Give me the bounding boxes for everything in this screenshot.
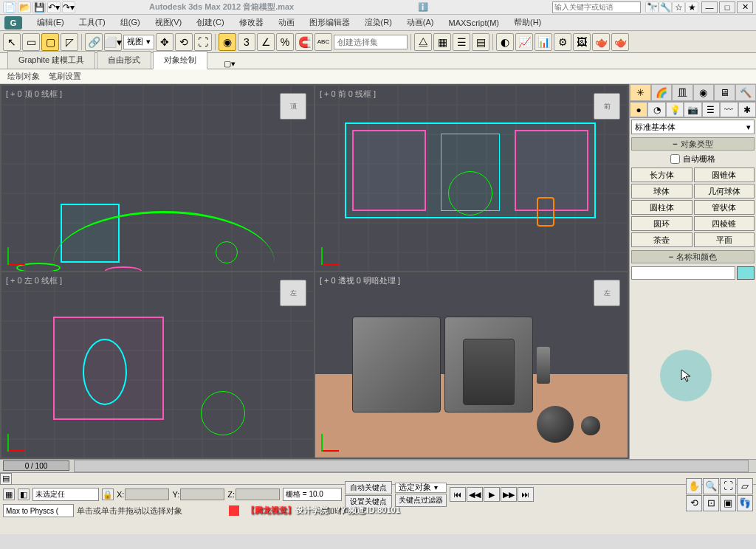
menu-maxscript[interactable]: MAXScript(M) (443, 16, 505, 30)
view-combo[interactable]: 视图▾ (123, 35, 154, 49)
save-icon[interactable]: 💾 (32, 1, 46, 13)
spinner[interactable]: 3 (238, 33, 255, 51)
maximize-button[interactable]: □ (719, 1, 735, 13)
x-input[interactable] (125, 488, 169, 500)
menu-modifiers[interactable]: 修改器 (233, 15, 269, 30)
maxscript-listener[interactable] (3, 504, 74, 517)
object-name-input[interactable] (631, 266, 735, 280)
search-input[interactable] (552, 1, 641, 13)
binoculars-icon[interactable]: 🔭 (645, 1, 659, 13)
open-icon[interactable]: 📂 (18, 1, 31, 13)
timeline[interactable]: 0 / 100 (0, 459, 756, 472)
menu-edit[interactable]: 编辑(E) (31, 15, 70, 30)
star-icon[interactable]: ☆ (672, 1, 685, 13)
link-icon[interactable]: 🔗 (85, 33, 103, 51)
select-lasso-icon[interactable]: ◸ (61, 33, 78, 51)
schematic-icon[interactable]: ▤ (472, 33, 489, 51)
btn-plane[interactable]: 平面 (694, 232, 755, 247)
angle-snap-icon[interactable]: ∠ (257, 33, 275, 51)
quick-render-icon[interactable]: 🫖 (611, 33, 629, 51)
object-color-swatch[interactable] (737, 266, 755, 280)
btn-tube[interactable]: 管状体 (694, 200, 755, 215)
ribbon-sub-paint[interactable]: 绘制对象 (7, 71, 40, 82)
autokey-button[interactable]: 自动关键点 (345, 481, 392, 494)
viewcube-persp[interactable]: 左 (594, 280, 620, 306)
lock-icon[interactable]: 🔒 (102, 488, 114, 500)
cmd-tab-display[interactable]: 🖥 (714, 84, 735, 101)
cmd-tab-hierarchy[interactable]: 皿 (672, 84, 693, 101)
status-icon-1[interactable]: ▦ (3, 488, 15, 500)
ribbon-tab-objectpaint[interactable]: 对象绘制 (153, 51, 207, 69)
app-icon[interactable]: G (4, 16, 22, 30)
primitive-type-dropdown[interactable]: 标准基本体▾ (631, 120, 755, 134)
z-input[interactable] (236, 488, 280, 500)
dope-sheet-icon[interactable]: 📊 (535, 33, 552, 51)
teapot-render-icon[interactable]: 🫖 (592, 33, 610, 51)
goto-start-icon[interactable]: ⏮ (450, 487, 466, 502)
btn-cone[interactable]: 圆锥体 (694, 168, 755, 182)
move-icon[interactable]: ✥ (156, 33, 173, 51)
select-rect-icon[interactable]: ▭ (22, 33, 40, 51)
select-object-icon[interactable]: ▢ (41, 33, 59, 51)
mirror-icon[interactable]: ⧋ (414, 33, 432, 51)
btn-box[interactable]: 长方体 (631, 168, 693, 182)
ribbon-sub-brush[interactable]: 笔刷设置 (49, 71, 81, 82)
layers-icon[interactable]: ☰ (453, 33, 470, 51)
selection-set-input[interactable] (334, 35, 408, 49)
btn-sphere[interactable]: 球体 (631, 184, 693, 198)
select-arrow-icon[interactable]: ↖ (3, 33, 21, 51)
rotate-icon[interactable]: ⟲ (175, 33, 193, 51)
menu-views[interactable]: 视图(V) (149, 15, 188, 30)
undo-icon[interactable]: ↶▾ (47, 1, 61, 13)
wrench-icon[interactable]: 🔧 (659, 1, 672, 13)
y-input[interactable] (180, 488, 224, 500)
create-geometry-icon[interactable]: ● (630, 102, 647, 117)
autogrid-checkbox[interactable] (670, 154, 680, 164)
cmd-tab-modify[interactable]: 🌈 (651, 84, 673, 101)
abc-icon[interactable]: ABC (315, 33, 332, 51)
cmd-tab-motion[interactable]: ◉ (693, 84, 715, 101)
scale-icon[interactable]: ⛶ (194, 33, 212, 51)
btn-teapot[interactable]: 茶壶 (631, 232, 693, 247)
window-icon[interactable]: ⬜▾ (104, 33, 122, 51)
create-shapes-icon[interactable]: ◔ (647, 102, 665, 117)
viewcube-left[interactable]: 左 (280, 280, 306, 306)
zoom-all-icon[interactable]: ⛶ (720, 478, 736, 494)
menu-create[interactable]: 创建(C) (190, 15, 230, 30)
material-icon[interactable]: ◐ (496, 33, 514, 51)
prev-frame-icon[interactable]: ◀◀ (467, 487, 483, 502)
btn-pyramid[interactable]: 四棱锥 (694, 216, 755, 231)
percent-snap-icon[interactable]: % (276, 33, 294, 51)
menu-customize[interactable]: 动画(A) (401, 15, 440, 30)
curve-editor-icon[interactable]: 📈 (515, 33, 533, 51)
favorite-icon[interactable]: ★ (685, 1, 698, 13)
menu-help[interactable]: 帮助(H) (508, 15, 547, 30)
play-icon[interactable]: ▶ (484, 487, 500, 502)
ribbon-tab-graphite[interactable]: Graphite 建模工具 (7, 51, 95, 69)
cmd-tab-utilities[interactable]: 🔨 (735, 84, 757, 101)
viewport-left[interactable]: [ + 0 左 0 线框 ] 左 (1, 272, 314, 458)
pan-icon[interactable]: ✋ (686, 478, 702, 494)
create-lights-icon[interactable]: 💡 (666, 102, 684, 117)
render-setup-icon[interactable]: ⚙ (554, 33, 571, 51)
create-helpers-icon[interactable]: ☰ (702, 102, 720, 117)
rollout-name-color[interactable]: 名称和颜色 (631, 250, 755, 263)
magnet-icon[interactable]: 🧲 (295, 33, 313, 51)
menu-grapheditors[interactable]: 图形编辑器 (303, 15, 356, 30)
align-icon[interactable]: ▦ (433, 33, 451, 51)
viewport-perspective[interactable]: [ + 0 透视 0 明暗处理 ] 左 (315, 272, 628, 458)
btn-cylinder[interactable]: 圆柱体 (631, 200, 693, 215)
render-frame-icon[interactable]: 🖼 (573, 33, 591, 51)
redo-icon[interactable]: ↷▾ (62, 1, 75, 13)
viewport-top[interactable]: [ + 0 顶 0 线框 ] 顶 (1, 86, 314, 271)
goto-end-icon[interactable]: ⏭ (518, 487, 534, 502)
menu-tools[interactable]: 工具(T) (73, 15, 111, 30)
zoom-icon[interactable]: 🔍 (703, 478, 719, 494)
fov-icon[interactable]: ▱ (737, 478, 753, 494)
viewcube-top[interactable]: 顶 (280, 93, 306, 120)
menu-group[interactable]: 组(G) (114, 15, 146, 30)
btn-geosphere[interactable]: 几何球体 (694, 184, 755, 198)
create-systems-icon[interactable]: ✱ (738, 102, 756, 117)
menu-animation[interactable]: 动画 (272, 15, 300, 30)
close-button[interactable]: ✕ (737, 1, 753, 13)
